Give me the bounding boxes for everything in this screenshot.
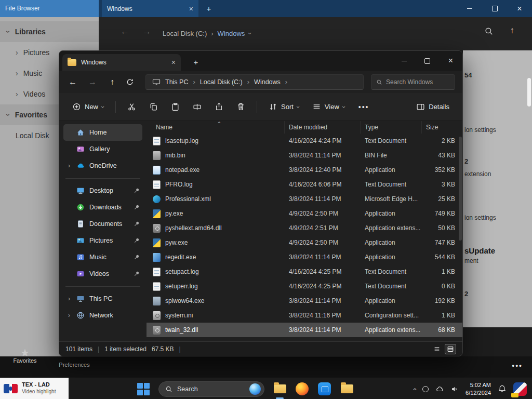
file-row[interactable]: Professional.xml 3/8/2024 11:14 PM Micro…: [147, 192, 462, 206]
background-up-icon[interactable]: ↑: [510, 25, 515, 36]
taskbar-store-app[interactable]: [317, 382, 331, 396]
sort-button[interactable]: Sort: [264, 99, 304, 115]
explorer-tab-windows[interactable]: Windows ×: [62, 54, 181, 71]
file-row[interactable]: setupact.log 4/16/2024 4:25 PM Text Docu…: [147, 264, 462, 279]
taskbar-folder-window[interactable]: [340, 382, 354, 396]
background-close-button[interactable]: [514, 4, 525, 14]
tray-status-icon[interactable]: [422, 386, 429, 392]
taskbar-clock[interactable]: 5:02 AM 6/12/2024: [466, 381, 491, 397]
up-button[interactable]: ↑: [106, 77, 118, 87]
delete-button[interactable]: [232, 99, 250, 115]
tray-volume-icon[interactable]: [450, 385, 459, 393]
tray-cloud-icon[interactable]: [435, 385, 444, 393]
refresh-button[interactable]: [126, 78, 138, 86]
background-back-button[interactable]: ←: [121, 26, 129, 37]
sidebar-item-music[interactable]: Music: [63, 249, 142, 265]
background-restore-button[interactable]: [489, 4, 500, 14]
crumb-windows[interactable]: Windows: [254, 78, 281, 86]
desktop-icon-favorites[interactable]: ★ Favorites: [9, 348, 41, 364]
forward-button[interactable]: →: [86, 77, 99, 87]
taskbar-file-explorer[interactable]: [273, 382, 287, 396]
sidebar-item-downloads[interactable]: Downloads: [63, 199, 142, 216]
background-tab-close-icon[interactable]: ×: [189, 5, 193, 13]
chevron-right-icon[interactable]: [16, 69, 18, 77]
close-button[interactable]: [439, 51, 462, 71]
file-row[interactable]: notepad.exe 3/8/2024 12:40 PM Applicatio…: [147, 163, 462, 177]
minimize-button[interactable]: [392, 51, 416, 71]
start-button[interactable]: [136, 382, 150, 396]
file-row[interactable]: regedit.exe 3/8/2024 11:14 PM Applicatio…: [147, 250, 462, 264]
file-row-selected[interactable]: twain_32.dll 3/8/2024 11:14 PM Applicati…: [147, 323, 462, 337]
background-new-tab-button[interactable]: +: [204, 3, 214, 14]
more-options-icon[interactable]: •••: [353, 103, 375, 111]
background-breadcrumb[interactable]: Local Disk (C:) Windows: [163, 30, 251, 37]
background-minimize-button[interactable]: [464, 4, 475, 14]
chevron-right-icon[interactable]: [66, 312, 72, 319]
sidebar-item-this-pc[interactable]: This PC: [63, 290, 142, 307]
taskbar-firefox[interactable]: [295, 382, 309, 396]
share-button[interactable]: [210, 99, 228, 115]
sidebar-item-pictures[interactable]: Pictures: [63, 232, 142, 249]
cut-button[interactable]: [123, 99, 141, 115]
breadcrumb-drive[interactable]: Local Disk (C:): [163, 30, 207, 37]
tab-close-icon[interactable]: ×: [171, 58, 176, 66]
crumb-local-disk[interactable]: Local Disk (C:): [200, 78, 243, 86]
column-header-size[interactable]: Size: [422, 121, 457, 134]
back-button[interactable]: ←: [66, 77, 79, 87]
view-button[interactable]: View: [308, 99, 350, 115]
chevron-down-icon[interactable]: [4, 114, 12, 116]
sidebar-item-home[interactable]: Home: [63, 124, 142, 141]
chevron-down-icon[interactable]: [4, 31, 12, 33]
background-search-icon[interactable]: [484, 26, 494, 36]
chevron-right-icon[interactable]: [66, 295, 72, 302]
sidebar-item-documents[interactable]: Documents: [63, 216, 142, 232]
background-tab-windows[interactable]: Windows ×: [102, 0, 198, 17]
sidebar-item-onedrive[interactable]: OneDrive: [63, 157, 142, 174]
mlb-app-icon[interactable]: [513, 382, 527, 396]
file-row[interactable]: py.exe 4/9/2024 2:50 PM Application 749 …: [147, 206, 462, 221]
column-header-name[interactable]: Name: [152, 121, 285, 134]
column-header-date[interactable]: Date modified: [285, 121, 361, 134]
details-pane-button[interactable]: Details: [411, 99, 454, 115]
explorer-titlebar[interactable]: Windows × +: [59, 51, 462, 71]
details-view-toggle[interactable]: [445, 344, 456, 354]
file-row[interactable]: pyshellext.amd64.dll 4/9/2024 2:51 PM Ap…: [147, 221, 462, 235]
chevron-right-icon[interactable]: [16, 90, 18, 98]
chevron-down-icon[interactable]: [246, 32, 254, 34]
sidebar-item-desktop[interactable]: Desktop: [63, 182, 142, 199]
sidebar-item-libraries[interactable]: Libraries: [0, 21, 99, 42]
list-view-toggle[interactable]: [431, 344, 443, 354]
taskbar-search[interactable]: Search: [158, 381, 264, 397]
tray-chevron-up-icon[interactable]: [411, 388, 418, 390]
background-scrollbar-thumb[interactable]: [527, 78, 531, 107]
file-row[interactable]: system.ini 3/8/2024 11:16 PM Configurati…: [147, 308, 462, 323]
new-button[interactable]: New: [68, 99, 109, 115]
background-forward-button[interactable]: →: [142, 26, 151, 37]
breadcrumb[interactable]: This PC Local Disk (C:) Windows: [145, 74, 364, 90]
new-tab-button[interactable]: +: [190, 56, 202, 68]
file-row[interactable]: lsasetup.log 4/16/2024 4:24 PM Text Docu…: [147, 134, 462, 148]
search-box[interactable]: [371, 74, 455, 90]
search-input[interactable]: [386, 78, 450, 86]
paste-button[interactable]: [166, 99, 184, 115]
desktop-icon-preferences[interactable]: Preferences: [56, 362, 92, 368]
file-row[interactable]: splwow64.exe 3/8/2024 11:14 PM Applicati…: [147, 294, 462, 308]
maximize-button[interactable]: [416, 51, 439, 71]
sidebar-item-gallery[interactable]: Gallery: [63, 141, 142, 157]
sidebar-item-network[interactable]: Network: [63, 307, 142, 324]
crumb-this-pc[interactable]: This PC: [165, 78, 188, 86]
file-row[interactable]: pyw.exe 4/9/2024 2:50 PM Application 747…: [147, 235, 462, 250]
mlb-score-overlay[interactable]: TEX - LAD Video highlight: [0, 378, 69, 399]
column-header-type[interactable]: Type: [361, 121, 422, 134]
rename-button[interactable]: [188, 99, 206, 115]
sidebar-item-videos[interactable]: Videos: [63, 265, 142, 282]
copy-button[interactable]: [144, 99, 163, 115]
notification-bell-icon[interactable]: [498, 384, 507, 393]
file-row[interactable]: PFRO.log 4/16/2024 6:06 PM Text Document…: [147, 177, 462, 192]
chevron-right-icon[interactable]: [16, 48, 18, 57]
overlay-more-dots-icon[interactable]: •••: [512, 362, 523, 370]
file-row[interactable]: mib.bin 3/8/2024 11:14 PM BIN File 43 KB: [147, 148, 462, 163]
scrollbar-thumb[interactable]: [459, 137, 462, 241]
chevron-right-icon[interactable]: [66, 162, 72, 169]
file-row[interactable]: setuperr.log 4/16/2024 4:25 PM Text Docu…: [147, 279, 462, 294]
